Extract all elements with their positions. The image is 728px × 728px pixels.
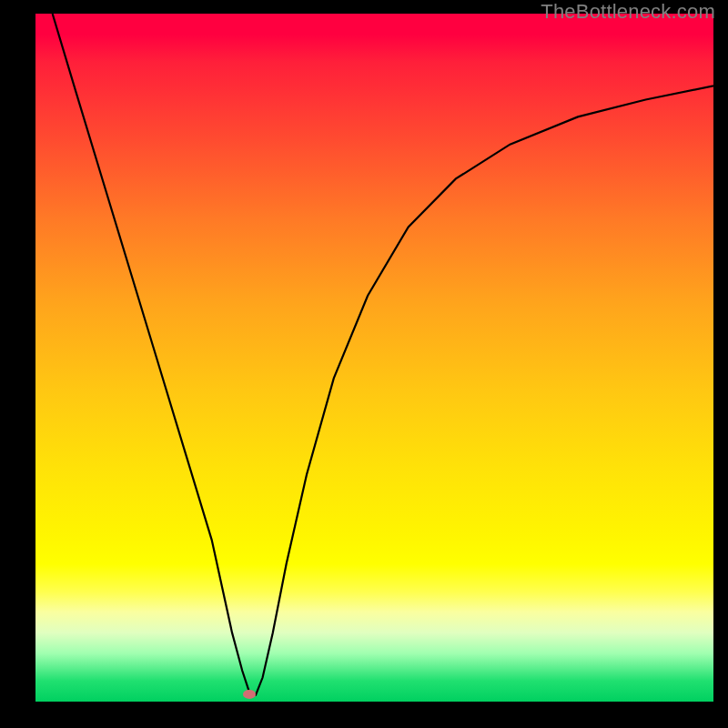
- curve-path: [53, 14, 713, 694]
- chart-frame: TheBottleneck.com: [0, 0, 728, 728]
- plot-area: [35, 14, 713, 702]
- curve-layer: [35, 14, 713, 702]
- pink-marker-icon: [243, 690, 256, 699]
- watermark-text: TheBottleneck.com: [541, 0, 715, 24]
